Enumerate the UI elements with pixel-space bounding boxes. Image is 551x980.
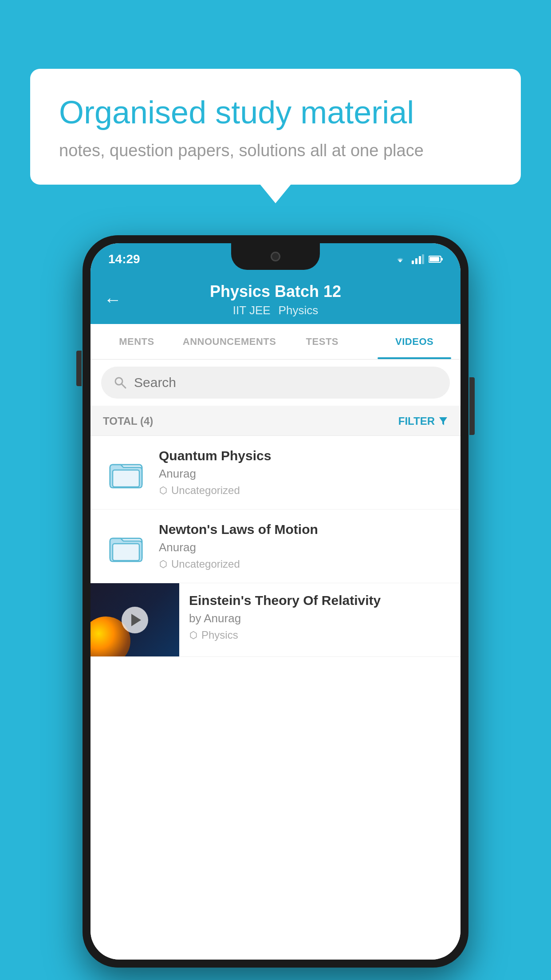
search-bar [101,367,450,399]
video-info-1: Quantum Physics Anurag Uncategorized [159,448,447,497]
nav-title: Physics Batch 12 [210,282,341,301]
tag-icon-2 [159,560,168,569]
video-title-2: Newton's Laws of Motion [159,522,447,537]
tab-tests[interactable]: TESTS [276,324,368,359]
video-tag-3: Physics [189,629,451,641]
list-item[interactable]: Einstein's Theory Of Relativity by Anura… [91,583,460,657]
folder-thumb-1 [104,450,148,495]
wifi-icon [393,254,407,264]
nav-subtitle: IIT JEE Physics [233,304,318,317]
folder-icon-2 [108,529,144,564]
svg-rect-3 [422,254,424,264]
video-author-3: by Anurag [189,612,451,625]
tab-videos[interactable]: VIDEOS [368,324,460,359]
speech-bubble-subtext: notes, question papers, solutions all at… [59,141,492,160]
nav-tag-physics: Physics [279,304,319,317]
video-title-3: Einstein's Theory Of Relativity [189,593,451,608]
search-input[interactable] [134,375,437,390]
folder-thumb-2 [104,524,148,569]
video-tag-1: Uncategorized [159,484,447,497]
play-icon [131,614,141,626]
phone-screen: 14:29 [91,243,460,960]
tab-videos-label: VIDEOS [395,336,433,348]
video-info-2: Newton's Laws of Motion Anurag Uncategor… [159,522,447,570]
signal-icon [412,254,424,264]
svg-rect-5 [429,257,439,261]
battery-icon [429,255,443,263]
tab-announcements-label: ANNOUNCEMENTS [183,336,276,348]
camera-notch [271,252,280,261]
video-title-1: Quantum Physics [159,448,447,463]
filter-icon [438,416,448,426]
speech-bubble-container: Organised study material notes, question… [30,69,521,185]
svg-rect-0 [412,261,414,264]
folder-icon-1 [108,455,144,490]
tab-announcements[interactable]: ANNOUNCEMENTS [183,324,276,359]
svg-rect-2 [419,256,421,264]
tab-ments[interactable]: MENTS [91,324,183,359]
phone-container: 14:29 [83,235,468,968]
filter-row: TOTAL (4) FILTER [91,407,460,436]
svg-line-8 [122,384,126,388]
video-info-3: Einstein's Theory Of Relativity by Anura… [179,583,460,656]
speech-bubble: Organised study material notes, question… [30,69,521,185]
tab-bar: MENTS ANNOUNCEMENTS TESTS VIDEOS [91,324,460,360]
tab-tests-label: TESTS [306,336,338,348]
svg-rect-1 [415,258,417,264]
search-bar-wrapper [91,360,460,406]
list-item[interactable]: Newton's Laws of Motion Anurag Uncategor… [91,510,460,583]
video-author-1: Anurag [159,467,447,481]
svg-rect-6 [441,258,443,261]
top-nav: ← Physics Batch 12 IIT JEE Physics [91,275,460,324]
speech-bubble-heading: Organised study material [59,93,492,131]
video-thumbnail-einstein [91,583,179,656]
video-tag-2: Uncategorized [159,558,447,570]
tag-icon-3 [189,631,198,640]
tab-ments-label: MENTS [119,336,154,348]
notch [231,243,320,270]
status-time: 14:29 [108,252,140,266]
filter-label: FILTER [398,415,435,427]
back-button[interactable]: ← [104,290,122,310]
svg-rect-11 [113,470,139,487]
search-icon [114,376,127,389]
video-list: Quantum Physics Anurag Uncategorized [91,436,460,960]
tag-icon-1 [159,486,168,495]
status-icons [393,254,443,264]
play-button[interactable] [122,607,148,633]
filter-button[interactable]: FILTER [398,415,448,427]
svg-marker-9 [439,417,447,425]
list-item[interactable]: Quantum Physics Anurag Uncategorized [91,436,460,510]
total-count-label: TOTAL (4) [103,415,153,427]
nav-tag-iitjee: IIT JEE [233,304,271,317]
video-author-2: Anurag [159,541,447,554]
svg-rect-13 [113,544,139,561]
